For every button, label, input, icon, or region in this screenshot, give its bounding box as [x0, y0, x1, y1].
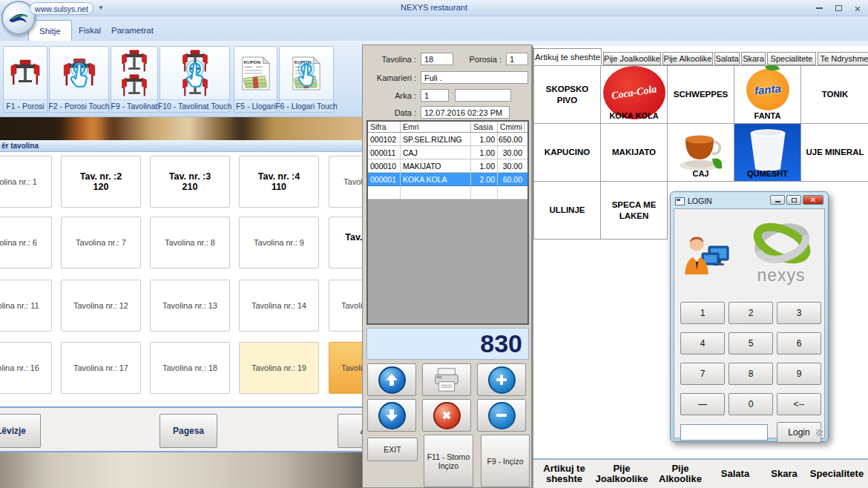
table-cell-13[interactable]: Tavolina nr.: 13	[150, 280, 230, 332]
numpad-dash[interactable]: —	[680, 393, 725, 415]
quick-access-dropdown-icon[interactable]: ▼	[98, 4, 104, 11]
table-cell-6[interactable]: Tavolina nr.: 6	[0, 217, 52, 268]
decrease-qty-button[interactable]	[477, 399, 526, 432]
table-cell-14[interactable]: Tavolina nr.: 14	[239, 280, 319, 332]
pagesa-button[interactable]: Pagesa	[160, 414, 217, 448]
table-cell-2[interactable]: Tav. nr. :2120	[61, 156, 141, 208]
f10-tavolinat-touch-button[interactable]: F10 - Tavolinat Touch	[160, 46, 230, 113]
category-tab-skara[interactable]: Skara	[741, 52, 766, 65]
minimize-icon[interactable]	[813, 3, 825, 13]
product-caj[interactable]: CAJ	[667, 123, 734, 182]
table-cell-1[interactable]: Tavolina nr.: 1	[0, 156, 52, 208]
f9-incizo-button[interactable]: F9 - Inçizo	[481, 435, 530, 487]
delete-item-button[interactable]	[422, 399, 471, 432]
tab-parametrat[interactable]: Parametrat	[101, 20, 164, 41]
category-tab-pije-alkoolike[interactable]: Pije Alkoolike	[662, 52, 713, 65]
f9-tavolinat-button[interactable]: F9 - Tavolinat	[111, 46, 158, 113]
table-cell-11[interactable]: Tavolina nr.: 11	[0, 280, 52, 332]
numpad-6[interactable]: 6	[777, 332, 821, 355]
numpad-9[interactable]: 9	[777, 363, 821, 385]
close-icon[interactable]: ✕	[803, 195, 823, 205]
product-koka-kola[interactable]: Coca-Cola KOKA KOLA	[600, 65, 668, 124]
table-cell-4[interactable]: Tav. nr. :4110	[239, 156, 319, 208]
numpad-2[interactable]: 2	[729, 302, 773, 324]
product-tonik[interactable]: TONIK	[800, 65, 868, 124]
maximize-icon[interactable]	[832, 3, 844, 13]
tavolina-field[interactable]: 18	[421, 53, 453, 65]
category-tab-specialitete[interactable]: Specialitete	[767, 52, 816, 65]
product-kapucino[interactable]: KAPUCINO	[533, 123, 601, 182]
print-button[interactable]	[422, 363, 471, 396]
numpad-3[interactable]: 3	[777, 302, 821, 324]
table-cell-19[interactable]: Tavolina nr.: 19	[239, 342, 319, 394]
move-up-button[interactable]	[367, 363, 416, 396]
fanta-leaf-icon	[765, 63, 780, 73]
product-skopsko-pivo[interactable]: SKOPSKO PIVO	[533, 65, 601, 124]
bottom-label-specialitete[interactable]: Specialitete	[807, 469, 867, 479]
data-field[interactable]: 12.07.2016 02:23 PM	[421, 106, 510, 119]
numpad-4[interactable]: 4	[680, 332, 725, 355]
numpad-0[interactable]: 0	[729, 393, 773, 415]
arka-field[interactable]: 1	[421, 89, 449, 102]
product-schweppes[interactable]: SCHWEPPES	[667, 65, 734, 124]
product-fanta[interactable]: fanta FANTA	[734, 65, 801, 124]
move-down-button[interactable]	[367, 399, 416, 432]
porosia-field[interactable]: 1	[506, 53, 528, 65]
bottom-label-pije-alkoolike[interactable]: Pije Alkoolike	[651, 464, 709, 485]
category-tab-pije-joalkoolike[interactable]: Pije Joalkoolike	[603, 52, 661, 65]
close-icon[interactable]: ×	[852, 3, 864, 13]
numpad-1[interactable]: 1	[680, 302, 725, 324]
f1-porosi-button[interactable]: F1 - Porosi	[3, 46, 47, 113]
numpad-backspace[interactable]: <--	[777, 393, 821, 415]
order-row-selected[interactable]: 000001 KOKA KOLA 2.00 60.00	[368, 173, 527, 186]
bottom-label-artikuj[interactable]: Artikuj te sheshte	[536, 464, 592, 485]
product-ullinje[interactable]: ULLINJE	[533, 181, 601, 240]
order-row[interactable]: 000102 SP.SEL.RIZLING 1.00 650.00	[368, 133, 527, 146]
tavolina-label: Tavolina :	[370, 55, 416, 64]
minimize-icon[interactable]	[770, 195, 785, 205]
arka-field-2[interactable]	[455, 89, 511, 102]
bottom-label-skara[interactable]: Skara	[761, 469, 807, 479]
product-makijato[interactable]: MAKIJATO	[600, 123, 668, 182]
category-tab-te-ndryshme[interactable]: Te Ndryshme	[818, 52, 868, 65]
exit-button[interactable]: EXIT	[367, 438, 418, 461]
order-row[interactable]: 000011 CAJ 1.00 30.00	[368, 146, 527, 159]
numpad-7[interactable]: 7	[680, 363, 725, 385]
levizje-button[interactable]: Lëvizje	[0, 414, 41, 448]
category-tab-artikuj-te-sheshte[interactable]: Artikuj te sheshte	[533, 48, 602, 65]
order-row-empty[interactable]	[368, 186, 527, 200]
increase-qty-button[interactable]	[477, 363, 526, 396]
table-cell-12[interactable]: Tavolina nr.: 12	[61, 280, 141, 332]
table-cell-8[interactable]: Tavolina nr.: 8	[150, 217, 230, 268]
tables-section-header: ër tavolina	[0, 140, 362, 152]
printer-icon	[433, 366, 461, 393]
maximize-icon[interactable]	[786, 195, 801, 205]
table-cell-9[interactable]: Tavolina nr.: 9	[239, 217, 319, 268]
numpad-8[interactable]: 8	[729, 363, 773, 385]
f11-storno-incizo-button[interactable]: F11 - Storno Inçizo	[424, 435, 473, 487]
order-row[interactable]: 000010 MAKIJATO 1.00 30.00	[368, 159, 527, 173]
f2-porosi-touch-button[interactable]: F2 - Porosi Touch	[49, 46, 109, 113]
resize-grip-icon[interactable]	[816, 429, 823, 436]
category-tab-salata[interactable]: Salata	[714, 52, 740, 65]
product-qumesht[interactable]: QUMESHT	[734, 123, 801, 182]
quick-access-button[interactable]: www.sulsys.net	[30, 2, 93, 15]
nexys-brand-text: nexys	[740, 266, 823, 286]
f6-llogari-touch-button[interactable]: KUPON F6 - Llogari Touch	[279, 46, 334, 113]
table-cell-3[interactable]: Tav. nr. :3210	[150, 156, 230, 208]
login-button[interactable]: Login	[777, 422, 821, 443]
numpad-5[interactable]: 5	[729, 332, 773, 355]
table-cell-16[interactable]: Tavolina nr.: 16	[0, 342, 52, 394]
bottom-label-salata[interactable]: Salata	[709, 469, 761, 479]
kamarieri-field[interactable]: Fuli .	[421, 71, 528, 84]
f5-llogari-button[interactable]: KUPON F5 - Llogari	[234, 46, 277, 113]
table-cell-18[interactable]: Tavolina nr.: 18	[150, 342, 230, 394]
bottom-label-pije-joalkoolike[interactable]: Pije Joalkoolike	[592, 464, 651, 485]
pin-input[interactable]	[680, 424, 768, 441]
product-speca-me-laken[interactable]: SPECA ME LAKEN	[600, 181, 668, 240]
table-cell-17[interactable]: Tavolina nr.: 17	[61, 342, 141, 394]
touch-icon	[67, 60, 92, 91]
table-cell-7[interactable]: Tavolina nr.: 7	[61, 217, 141, 268]
product-uje-mineral[interactable]: UJE MINERAL	[800, 123, 868, 182]
plus-icon	[488, 366, 516, 394]
